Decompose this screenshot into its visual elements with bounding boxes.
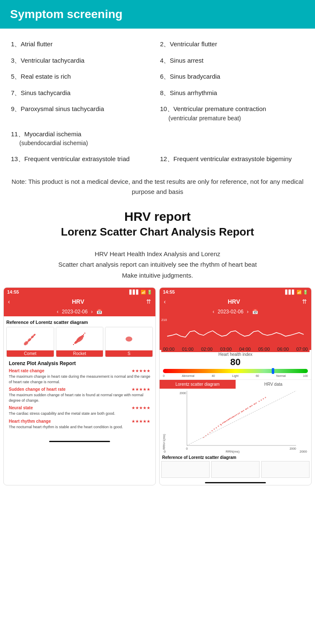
- waveform-x-labels: 00:00 01:00 02:00 03:00 04:00 05:00 06:0…: [161, 346, 310, 352]
- svg-text:2000: 2000: [289, 447, 296, 450]
- svg-point-48: [232, 417, 233, 418]
- next-date-icon-r[interactable]: ›: [247, 309, 249, 315]
- rocket-label: Rocket: [56, 350, 103, 357]
- metric-stars-4: ★★★★★: [131, 419, 150, 424]
- svg-point-8: [29, 340, 29, 341]
- comet-image: [7, 327, 54, 350]
- svg-point-13: [33, 336, 34, 337]
- ref-thumb-3[interactable]: [261, 461, 310, 478]
- hrv-main-title: HRV report: [8, 209, 307, 224]
- prev-date-icon[interactable]: ‹: [57, 309, 58, 315]
- analysis-section: Lorenz Plot Analysis Report Heart rate c…: [6, 360, 153, 435]
- svg-point-49: [236, 414, 237, 416]
- metric-sudden-change: Sudden change of heart rate ★★★★★ The ma…: [9, 387, 150, 403]
- health-label: Heart health index: [163, 352, 308, 357]
- tab-lorentz[interactable]: Lorentz scatter diagram: [160, 380, 236, 389]
- svg-point-9: [29, 339, 30, 340]
- svg-point-39: [226, 420, 228, 421]
- header-title: Symptom screening: [10, 8, 305, 21]
- ref-label-right: Reference of Lorentz scatter diagram: [160, 453, 311, 461]
- phone-left: 14:55 ▋▋▋ 📶 🔋 ‹ HRV ⇈ ‹ 2023-02-06 › 📅 R…: [3, 287, 156, 485]
- scatter-chart-svg: 2000 0 2000: [165, 391, 309, 450]
- share-icon-r[interactable]: ⇈: [302, 298, 307, 305]
- symptom-grid: 1、Atrial flutter 2、Ventricular flutter 3…: [8, 36, 307, 167]
- scatter-label-left: Reference of Lorentz scatter diagram: [6, 320, 153, 325]
- health-bar-labels: 0 Abnormal 40 Light 60 Normal 100: [163, 374, 308, 377]
- analysis-title: Lorenz Plot Analysis Report: [9, 360, 150, 366]
- svg-point-11: [31, 338, 32, 339]
- metric-name-2: Sudden change of heart rate: [9, 387, 66, 392]
- signal-icon: ▋▋▋: [129, 290, 139, 294]
- svg-point-74: [210, 432, 210, 433]
- rocket-svg: [67, 329, 92, 350]
- wifi-icon-r: 📶: [297, 290, 302, 294]
- s-svg: [116, 329, 142, 350]
- svg-point-24: [79, 337, 80, 338]
- svg-point-50: [239, 413, 240, 414]
- svg-point-7: [28, 341, 29, 342]
- calendar-icon[interactable]: 📅: [96, 309, 102, 315]
- svg-point-21: [75, 341, 76, 342]
- svg-point-25: [80, 336, 81, 337]
- list-item: 6、Sinus bradycardia: [158, 69, 307, 85]
- share-icon[interactable]: ⇈: [146, 298, 151, 305]
- svg-point-63: [229, 418, 231, 419]
- ref-thumb-1[interactable]: [161, 461, 210, 478]
- list-item: 11、Myocardial ischemia (subendocardial i…: [8, 126, 158, 151]
- symptom-section: 1、Atrial flutter 2、Ventricular flutter 3…: [0, 29, 315, 172]
- scatter-thumb-s[interactable]: S: [105, 327, 153, 357]
- back-icon[interactable]: ‹: [8, 298, 10, 305]
- svg-point-45: [218, 426, 219, 427]
- svg-point-46: [223, 422, 225, 423]
- svg-point-4: [25, 344, 26, 345]
- svg-point-28: [84, 332, 85, 333]
- svg-point-27: [83, 334, 84, 334]
- calendar-icon-r[interactable]: 📅: [252, 309, 258, 315]
- waveform-y-label: 210: [161, 318, 167, 322]
- list-item: 5、Real estate is rich: [8, 69, 158, 85]
- tab-hrv-data[interactable]: HRV data: [236, 380, 312, 389]
- svg-point-71: [261, 400, 262, 401]
- phone-left-nav: ‹ HRV ⇈: [4, 296, 155, 307]
- svg-point-19: [73, 344, 74, 345]
- scatter-y-axis-label: RRN+1(ms): [162, 391, 165, 450]
- list-item: 8、Sinus arrhythmia: [158, 85, 307, 101]
- svg-point-67: [246, 408, 247, 410]
- scatter-axis-labels: 0 RRN(ms) 2000: [162, 450, 309, 453]
- comet-label: Comet: [7, 350, 54, 357]
- hrv-description: HRV Heart Health Index Analysis and Lore…: [0, 245, 315, 288]
- svg-text:0: 0: [186, 447, 188, 450]
- phone-right-home-bar: [205, 482, 265, 483]
- health-bar-marker: [272, 368, 274, 374]
- svg-point-43: [235, 415, 236, 416]
- prev-date-icon-r[interactable]: ‹: [213, 309, 214, 315]
- phone-left-home-bar: [49, 441, 110, 442]
- date-right: 2023-02-06: [218, 309, 243, 315]
- battery-icon: 🔋: [147, 290, 152, 294]
- metric-neural-state: Neural state ★★★★★ The cardiac stress ca…: [9, 405, 150, 416]
- svg-point-61: [221, 424, 222, 426]
- svg-point-44: [216, 427, 217, 429]
- svg-point-66: [242, 411, 243, 412]
- phone-tabs: Lorentz scatter diagram HRV data: [160, 379, 311, 389]
- next-date-icon[interactable]: ›: [91, 309, 93, 315]
- nav-title-left: HRV: [72, 298, 84, 305]
- scatter-thumb-comet[interactable]: Comet: [6, 327, 54, 357]
- status-icons-right: ▋▋▋ 📶 🔋: [285, 290, 308, 294]
- wifi-icon: 📶: [141, 290, 146, 294]
- scatter-thumb-rocket[interactable]: Rocket: [56, 327, 104, 357]
- status-time-right: 14:55: [163, 289, 175, 294]
- ref-thumbs-right: [160, 461, 311, 480]
- svg-point-58: [256, 403, 257, 404]
- svg-point-64: [234, 416, 235, 417]
- ref-thumb-2[interactable]: [211, 461, 260, 478]
- metric-desc-3: The cardiac stress capability and the me…: [9, 411, 150, 416]
- back-icon-r[interactable]: ‹: [164, 298, 166, 305]
- phones-container: 14:55 ▋▋▋ 📶 🔋 ‹ HRV ⇈ ‹ 2023-02-06 › 📅 R…: [0, 287, 315, 494]
- svg-point-22: [76, 340, 77, 341]
- comet-svg: [18, 329, 43, 350]
- battery-icon-r: 🔋: [303, 290, 308, 294]
- svg-point-26: [81, 335, 82, 336]
- list-item: 2、Ventricular flutter: [158, 36, 307, 53]
- list-item: 10、Ventricular premature contraction (ve…: [158, 101, 307, 126]
